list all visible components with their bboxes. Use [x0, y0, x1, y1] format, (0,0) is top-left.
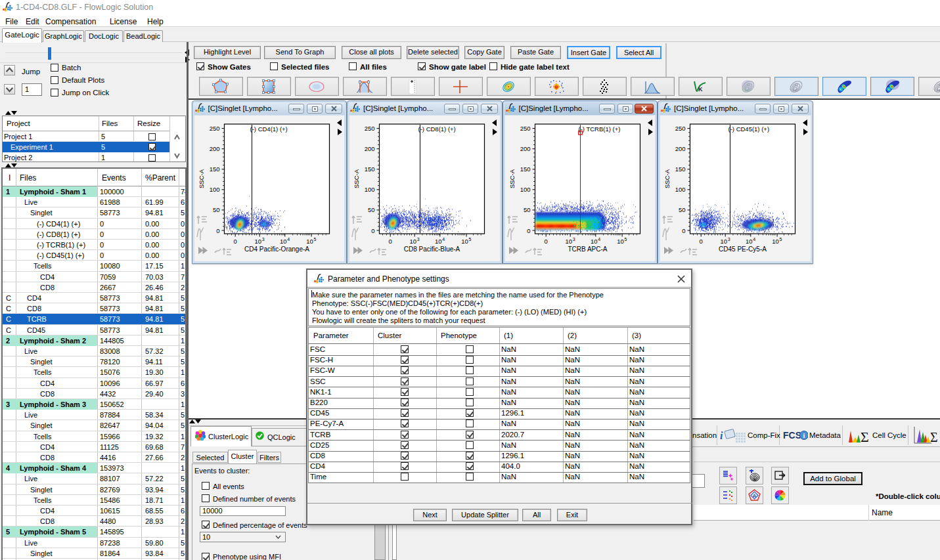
svg-text:150: 150: [365, 165, 375, 173]
svg-text:3: 3: [728, 237, 730, 242]
svg-text:4: 4: [442, 237, 445, 242]
svg-text:10: 10: [254, 238, 261, 245]
svg-text:3: 3: [417, 237, 420, 242]
svg-text:0: 0: [544, 238, 547, 245]
svg-text:100: 100: [209, 186, 219, 193]
svg-text:CD45 PE-Cy5-A: CD45 PE-Cy5-A: [719, 246, 767, 253]
svg-text:10: 10: [435, 238, 442, 245]
svg-text:TCRB APC-A: TCRB APC-A: [568, 246, 607, 253]
svg-text:4: 4: [287, 237, 290, 242]
svg-text:10: 10: [746, 238, 753, 245]
svg-text:5: 5: [469, 237, 472, 242]
svg-text:150: 150: [675, 165, 686, 173]
svg-text:100: 100: [675, 186, 686, 193]
svg-text:3: 3: [572, 237, 575, 242]
svg-text:A: A: [752, 492, 756, 498]
svg-text:CD8 Pacific-Blue-A: CD8 Pacific-Blue-A: [404, 246, 460, 253]
svg-text:(-) CD4(1) (+): (-) CD4(1) (+): [250, 125, 287, 133]
svg-text:100: 100: [365, 186, 375, 193]
svg-text:10: 10: [306, 238, 313, 245]
svg-text:5: 5: [624, 237, 627, 242]
svg-text:5: 5: [313, 237, 316, 242]
svg-text:10: 10: [565, 238, 572, 245]
svg-text:50: 50: [212, 206, 219, 213]
svg-text:SSC-A: SSC-A: [663, 169, 671, 188]
svg-text:5: 5: [780, 237, 782, 242]
svg-text:50: 50: [368, 206, 375, 213]
svg-text:Σ: Σ: [930, 430, 938, 444]
svg-text:SSC-A: SSC-A: [508, 169, 516, 188]
svg-text:10: 10: [772, 238, 779, 245]
svg-text:10: 10: [409, 238, 416, 245]
svg-text:0: 0: [682, 227, 685, 234]
svg-text:10: 10: [280, 238, 287, 245]
svg-text:SSC-A: SSC-A: [353, 169, 360, 188]
svg-text:100: 100: [520, 186, 530, 193]
svg-text:250: 250: [209, 125, 219, 132]
svg-text:4: 4: [598, 237, 600, 242]
svg-text:0: 0: [700, 238, 703, 245]
svg-text:10: 10: [617, 238, 624, 245]
svg-text:CD4 Pacific-Orange-A: CD4 Pacific-Orange-A: [244, 246, 309, 253]
svg-text:K: K: [698, 86, 703, 93]
svg-text:Σ: Σ: [861, 429, 869, 444]
svg-text:0: 0: [527, 227, 530, 234]
svg-text:0: 0: [216, 227, 219, 234]
svg-text:250: 250: [520, 125, 530, 132]
svg-text:0: 0: [233, 238, 236, 245]
svg-text:200: 200: [209, 145, 219, 152]
svg-text:150: 150: [520, 165, 530, 173]
svg-text:(-) CD45(1) (+): (-) CD45(1) (+): [728, 125, 770, 133]
svg-text:0: 0: [371, 227, 374, 234]
svg-text:150: 150: [209, 165, 219, 173]
svg-text:200: 200: [520, 145, 530, 152]
svg-text:i: i: [720, 430, 723, 441]
svg-text:3: 3: [261, 237, 264, 242]
svg-text:200: 200: [365, 145, 375, 152]
svg-text:10: 10: [461, 238, 468, 245]
svg-text:10: 10: [720, 238, 727, 245]
svg-text:10: 10: [591, 238, 598, 245]
svg-text:0: 0: [389, 238, 392, 245]
svg-text:(-) TCRB(1) (+): (-) TCRB(1) (+): [578, 125, 620, 133]
svg-text:(-) CD8(1) (+): (-) CD8(1) (+): [418, 125, 456, 133]
svg-text:200: 200: [675, 145, 686, 152]
svg-text:FCS: FCS: [783, 430, 801, 441]
svg-text:50: 50: [523, 206, 530, 213]
svg-text:i: i: [803, 432, 805, 439]
svg-text:4: 4: [753, 237, 755, 242]
svg-text:SSC-A: SSC-A: [198, 169, 205, 188]
svg-text:250: 250: [365, 125, 375, 132]
svg-text:50: 50: [679, 206, 686, 213]
svg-text:250: 250: [675, 125, 686, 132]
